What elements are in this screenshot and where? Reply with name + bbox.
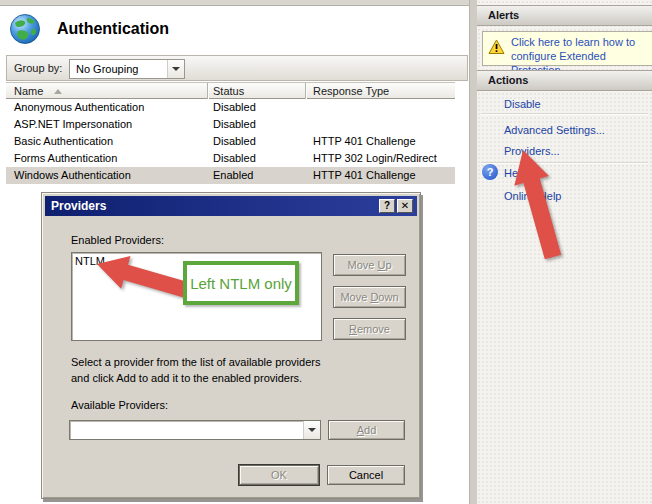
group-by-dropdown[interactable]: No Grouping (69, 59, 185, 79)
auth-status: Disabled (213, 135, 256, 147)
available-providers-dropdown[interactable] (69, 420, 321, 440)
table-row[interactable]: Forms Authentication Disabled HTTP 302 L… (6, 150, 455, 167)
sort-ascending-icon (54, 89, 62, 94)
action-link-disable[interactable]: Disable (504, 98, 541, 110)
auth-name: Basic Authentication (14, 135, 113, 147)
chevron-down-icon (172, 67, 180, 71)
annotation-note: Left NTLM only (183, 261, 299, 305)
button-label: Move (340, 291, 370, 303)
provider-item-ntlm[interactable]: NTLM (75, 255, 105, 267)
enabled-providers-label: Enabled Providers: (71, 234, 164, 246)
alert-box[interactable]: Click here to learn how to configure Ext… (482, 31, 652, 66)
alert-link-line: Click here to learn how to (511, 35, 652, 49)
add-button[interactable]: Add (328, 420, 405, 440)
dropdown-button[interactable] (167, 60, 184, 78)
action-link-help[interactable]: Help (504, 167, 527, 179)
column-header-status[interactable]: Status (213, 85, 244, 97)
chevron-down-icon (308, 428, 316, 432)
separator (481, 113, 648, 114)
instruction-line: Select a provider from the list of avail… (71, 354, 391, 370)
action-link-advanced-settings[interactable]: Advanced Settings... (504, 124, 605, 136)
providers-dialog: Providers ? ✕ Enabled Providers: NTLM Mo… (41, 192, 421, 499)
table-row[interactable]: ASP.NET Impersonation Disabled (6, 116, 455, 133)
move-up-button[interactable]: Move Up (333, 254, 406, 276)
action-link-online-help[interactable]: Online Help (504, 190, 561, 202)
auth-response-type: HTTP 401 Challenge (313, 169, 416, 181)
button-label: A (357, 424, 364, 436)
dialog-title: Providers (51, 199, 106, 213)
table-header: Name Status Response Type (6, 82, 455, 99)
warning-icon (488, 39, 505, 55)
column-divider[interactable] (305, 83, 306, 99)
auth-response-type: HTTP 401 Challenge (313, 135, 416, 147)
button-label: Move (347, 259, 377, 271)
button-label: p (385, 259, 391, 271)
group-by-toolbar: Group by: No Grouping (6, 55, 468, 81)
dropdown-button[interactable] (303, 421, 320, 439)
help-icon: ? (482, 164, 498, 180)
move-down-button[interactable]: Move Down (333, 286, 406, 308)
available-providers-label: Available Providers: (71, 399, 168, 411)
auth-name: Anonymous Authentication (14, 101, 144, 113)
page-title: Authentication (57, 20, 169, 38)
actions-header-label: Actions (488, 74, 528, 86)
globe-icon (9, 13, 41, 45)
close-icon[interactable]: ✕ (397, 199, 413, 213)
table-row[interactable]: Basic Authentication Disabled HTTP 401 C… (6, 133, 455, 150)
instruction-line: and click Add to add it to the enabled p… (71, 370, 391, 386)
iis-authentication-screen: Authentication Group by: No Grouping Nam… (0, 0, 652, 504)
table-row[interactable]: Anonymous Authentication Disabled (6, 99, 455, 116)
alerts-header: Alerts (477, 5, 652, 26)
auth-name: Forms Authentication (14, 152, 117, 164)
dialog-titlebar[interactable]: Providers ? ✕ (45, 196, 417, 216)
separator (481, 162, 648, 163)
auth-name: Windows Authentication (14, 169, 131, 181)
group-by-label: Group by: (14, 62, 62, 74)
button-label: dd (364, 424, 376, 436)
column-header-name[interactable]: Name (14, 85, 43, 97)
button-label: emove (357, 323, 390, 335)
auth-response-type: HTTP 302 Login/Redirect (313, 152, 437, 164)
auth-status: Disabled (213, 118, 256, 130)
column-header-response-type[interactable]: Response Type (313, 85, 389, 97)
dialog-help-button[interactable]: ? (379, 199, 395, 213)
annotation-text: Left NTLM only (190, 275, 292, 292)
button-label: R (349, 323, 357, 335)
button-label: own (378, 291, 398, 303)
table-row-selected[interactable]: Windows Authentication Enabled HTTP 401 … (6, 167, 455, 184)
auth-status: Disabled (213, 152, 256, 164)
actions-pane: Alerts Click here to learn how to config… (477, 0, 652, 504)
alerts-header-label: Alerts (488, 9, 519, 21)
group-by-value: No Grouping (76, 63, 138, 75)
remove-button[interactable]: Remove (333, 318, 406, 340)
cancel-button[interactable]: Cancel (327, 465, 405, 485)
dialog-instruction: Select a provider from the list of avail… (71, 354, 391, 386)
auth-name: ASP.NET Impersonation (14, 118, 132, 130)
auth-status: Disabled (213, 101, 256, 113)
auth-status: Enabled (213, 169, 253, 181)
column-divider[interactable] (207, 83, 208, 99)
ok-button[interactable]: OK (239, 465, 319, 485)
action-link-providers[interactable]: Providers... (504, 145, 560, 157)
actions-header: Actions (477, 70, 652, 91)
